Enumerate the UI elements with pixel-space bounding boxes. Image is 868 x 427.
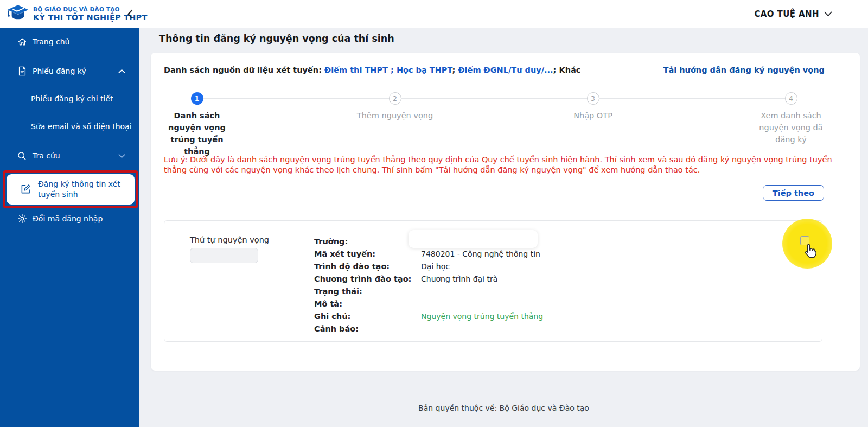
sidebar-item-lookup[interactable]: Tra cứu: [0, 148, 139, 163]
sidebar-item-registration-form[interactable]: Phiếu đăng ký: [0, 63, 139, 79]
wish-fields: Trường: Mã xét tuyển:7480201 - Công nghệ…: [314, 235, 543, 335]
search-icon: [17, 151, 27, 161]
document-icon: [17, 66, 27, 77]
field-row-alert: Cảnh báo:: [314, 322, 543, 335]
source-link-dgnl[interactable]: Điểm ĐGNL/Tư duy/...: [458, 66, 553, 74]
gear-icon: [17, 214, 27, 224]
school-name-redaction-overlay: [409, 230, 538, 248]
wish-card: Thứ tự nguyện vọng Trường: Mã xét tuyển:…: [164, 220, 822, 342]
footer-copyright: Bản quyền thuộc về: Bộ Giáo dục và Đào t…: [139, 404, 868, 412]
sidebar-item-home[interactable]: Trang chủ: [0, 34, 139, 49]
warning-note: Lưu ý: Dưới đây là danh sách nguyện vọng…: [164, 155, 841, 175]
step-2-circle: 2: [389, 92, 401, 105]
field-value: Đại học: [421, 262, 450, 271]
wish-order-input[interactable]: [190, 248, 258, 263]
field-label: Chương trình đào tạo:: [314, 273, 421, 285]
top-header: BỘ GIÁO DỤC VÀ ĐÀO TẠO KỲ THI TỐT NGHIỆP…: [0, 0, 868, 28]
sidebar-item-label: Phiếu đăng ký: [33, 67, 86, 75]
field-row-education-level: Trình độ đào tạo:Đại học: [314, 260, 543, 272]
sources-separator: ;: [388, 66, 397, 74]
field-label: Trường:: [314, 235, 421, 248]
select-wish-checkbox[interactable]: [800, 236, 809, 245]
sidebar-item-label: Đăng ký thông tin xét tuyển sinh: [38, 179, 130, 200]
step-4-label: Xem danh sách nguyện vọng đã đăng ký: [751, 110, 831, 145]
sidebar-item-admission-registration[interactable]: Đăng ký thông tin xét tuyển sinh: [7, 174, 135, 205]
next-button[interactable]: Tiếp theo: [763, 185, 824, 201]
chevron-up-icon: [118, 68, 125, 75]
field-label: Cảnh báo:: [314, 323, 421, 335]
sidebar-item-change-login-code[interactable]: Đổi mã đăng nhập: [0, 211, 139, 226]
step-2-add-wish: 2 Thêm nguyện vọng: [349, 92, 441, 122]
main-panel: Danh sách nguồn dữ liệu xét tuyển: Điểm …: [151, 53, 860, 371]
wish-order-label: Thứ tự nguyện vọng: [190, 235, 269, 244]
step-3-circle: 3: [587, 92, 599, 105]
step-2-label: Thêm nguyện vọng: [357, 110, 433, 122]
step-4-circle: 4: [785, 92, 797, 105]
step-1-circle: 1: [191, 92, 203, 105]
user-name: CAO TUỆ ANH: [754, 9, 819, 19]
field-value-direct-admission-note: Nguyện vọng trúng tuyển thẳng: [421, 312, 543, 321]
source-link-transcript[interactable]: Học bạ THPT: [397, 66, 452, 74]
home-icon: [17, 37, 27, 47]
sidebar-item-label: Tra cứu: [33, 151, 60, 160]
step-1-label: Danh sách nguyện vọng trúng tuyển thẳng: [161, 110, 233, 157]
field-row-admission-code: Mã xét tuyển:7480201 - Công nghệ thông t…: [314, 247, 543, 260]
field-label: Trình độ đào tạo:: [314, 260, 421, 273]
sidebar-collapse-button[interactable]: [125, 8, 135, 20]
field-row-program: Chương trình đào tạo:Chương trình đại tr…: [314, 272, 543, 285]
chevron-left-icon: [127, 9, 133, 19]
chevron-down-icon: [824, 11, 832, 17]
field-row-note: Ghi chú:Nguyện vọng trúng tuyển thẳng: [314, 310, 543, 322]
sources-prefix: Danh sách nguồn dữ liệu xét tuyển:: [164, 66, 324, 74]
sidebar-item-label: Trang chủ: [33, 37, 69, 46]
stepper-connector: [197, 98, 791, 99]
sidebar-item-label: Đổi mã đăng nhập: [33, 214, 103, 223]
field-label: Trạng thái:: [314, 285, 421, 298]
source-link-thpt-score[interactable]: Điểm thi THPT: [324, 66, 388, 74]
sources-separator: ;: [452, 66, 458, 74]
source-other: Khác: [559, 66, 580, 74]
field-label: Ghi chú:: [314, 310, 421, 323]
graduation-cap-icon: [7, 3, 29, 24]
sources-separator: ;: [553, 66, 559, 74]
chevron-down-icon: [118, 152, 125, 160]
step-3-enter-otp: 3 Nhập OTP: [547, 92, 639, 122]
step-4-view-registered-wishes: 4 Xem danh sách nguyện vọng đã đăng ký: [745, 92, 837, 145]
field-row-description: Mô tả:: [314, 297, 543, 310]
field-value: 7480201 - Công nghệ thông tin: [421, 250, 540, 258]
edit-icon: [21, 184, 31, 195]
field-value: Chương trình đại trà: [421, 275, 497, 283]
user-menu[interactable]: CAO TUỆ ANH: [754, 0, 832, 28]
sidebar-item-edit-email-phone[interactable]: Sửa email và số điện thoại: [31, 122, 132, 131]
data-sources-line: Danh sách nguồn dữ liệu xét tuyển: Điểm …: [164, 66, 580, 74]
step-3-label: Nhập OTP: [573, 110, 612, 122]
page-title: Thông tin đăng ký nguyện vọng của thí si…: [159, 33, 394, 44]
step-1-direct-admission-list: 1 Danh sách nguyện vọng trúng tuyển thẳn…: [151, 92, 243, 157]
sidebar: Trang chủ Phiếu đăng ký Phiếu đăng ký ch…: [0, 28, 139, 427]
sidebar-item-form-detail[interactable]: Phiếu đăng ký chi tiết: [31, 94, 113, 103]
field-row-status: Trạng thái:: [314, 285, 543, 297]
field-label: Mã xét tuyển:: [314, 248, 421, 260]
field-label: Mô tả:: [314, 298, 421, 310]
app-root: BỘ GIÁO DỤC VÀ ĐÀO TẠO KỲ THI TỐT NGHIỆP…: [0, 0, 868, 427]
download-guide-link[interactable]: Tải hướng dẫn đăng ký nguyện vọng: [663, 66, 825, 74]
